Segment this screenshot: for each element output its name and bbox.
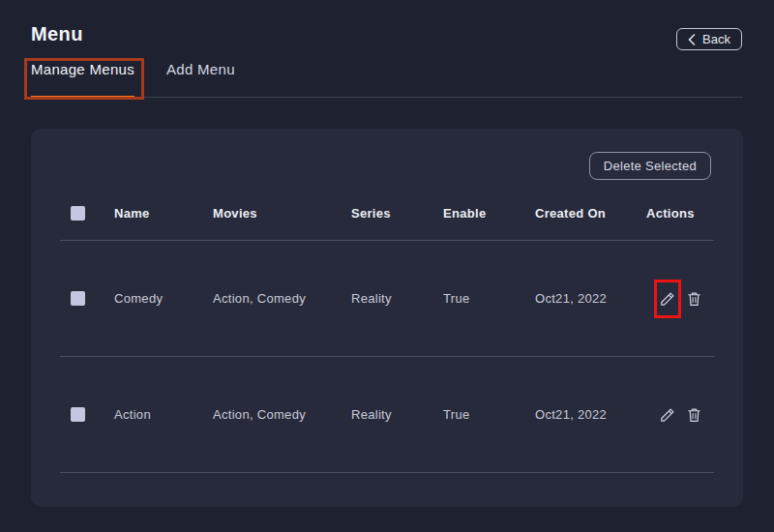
column-header-movies: Movies (213, 206, 351, 221)
actions-cell (646, 290, 714, 308)
column-header-created-on: Created On (535, 206, 646, 221)
column-header-name: Name (114, 206, 213, 221)
cell-name: Action (114, 407, 213, 422)
cell-enable: True (443, 407, 535, 422)
menu-page: Menu Back Manage Menus Add Menu Delete S… (0, 0, 774, 532)
table-header-row: Name Movies Series Enable Created On Act… (60, 204, 714, 222)
column-header-actions: Actions (646, 206, 714, 221)
chevron-left-icon (688, 34, 696, 45)
edit-pencil-icon (659, 406, 676, 424)
cell-movies: Action, Comedy (213, 291, 351, 306)
trash-icon (686, 406, 702, 424)
cell-name: Comedy (114, 291, 213, 306)
cell-series: Reality (351, 407, 443, 422)
table-row: Comedy Action, Comedy Reality True Oct21… (60, 241, 714, 357)
delete-selected-button[interactable]: Delete Selected (589, 152, 711, 180)
tab-add-menu-label: Add Menu (166, 61, 235, 77)
edit-button[interactable] (659, 406, 676, 424)
edit-button[interactable] (659, 290, 676, 308)
table-row: Action Action, Comedy Reality True Oct21… (60, 357, 714, 473)
tab-manage-menus-label: Manage Menus (31, 61, 134, 77)
cell-enable: True (443, 291, 535, 306)
back-button[interactable]: Back (676, 28, 742, 50)
page-title: Menu (31, 23, 83, 45)
row-checkbox[interactable] (71, 407, 85, 422)
column-header-series: Series (351, 206, 443, 221)
delete-button[interactable] (686, 290, 702, 308)
delete-button[interactable] (686, 406, 702, 424)
table-header-area: Delete Selected Name Movies Series Enabl… (60, 129, 714, 241)
cell-series: Reality (351, 291, 443, 306)
cell-created-on: Oct21, 2022 (535, 291, 646, 306)
tab-add-menu[interactable]: Add Menu (166, 61, 235, 97)
menus-table-card: Delete Selected Name Movies Series Enabl… (31, 129, 743, 507)
active-tab-underline (31, 96, 134, 99)
annotation-box-edit-action (654, 280, 681, 318)
column-header-enable: Enable (443, 206, 535, 221)
back-button-label: Back (702, 32, 730, 46)
trash-icon (686, 290, 702, 308)
row-checkbox[interactable] (71, 291, 85, 306)
cell-movies: Action, Comedy (213, 407, 351, 422)
edit-pencil-icon (659, 290, 676, 308)
actions-cell (646, 406, 714, 424)
select-all-checkbox[interactable] (71, 206, 85, 221)
tab-bar: Manage Menus Add Menu (31, 61, 743, 98)
cell-created-on: Oct21, 2022 (535, 407, 646, 422)
tab-manage-menus[interactable]: Manage Menus (31, 61, 134, 97)
